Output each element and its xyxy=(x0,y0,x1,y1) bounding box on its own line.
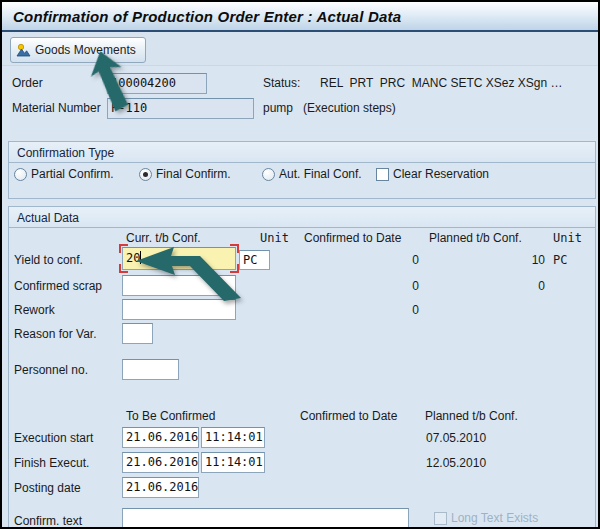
scrap-confirmed-value: 0 xyxy=(332,279,419,293)
actual-data-title: Actual Data xyxy=(9,207,595,228)
long-text-exists-label: Long Text Exists xyxy=(451,511,538,525)
material-label: Material Number xyxy=(12,101,101,115)
yield-planned-value: 10 xyxy=(458,253,545,267)
long-text-exists-checkbox: Long Text Exists xyxy=(434,511,538,525)
col-planned-tb-conf-2: Planned t/b Conf. xyxy=(425,409,518,423)
confirm-text-input[interactable] xyxy=(122,508,409,529)
reason-input[interactable] xyxy=(122,323,153,344)
col-to-be-confirmed: To Be Confirmed xyxy=(126,409,215,423)
clear-reservation-checkbox[interactable]: Clear Reservation xyxy=(376,167,489,181)
col-unit-1: Unit xyxy=(260,231,289,245)
radio-icon xyxy=(262,168,275,181)
radio-partial-confirm-label: Partial Confirm. xyxy=(31,167,114,181)
rework-label: Rework xyxy=(14,303,55,317)
yield-label: Yield to conf. xyxy=(14,253,83,267)
finish-execution-planned: 12.05.2010 xyxy=(426,456,486,470)
radio-final-confirm-label: Final Confirm. xyxy=(156,167,231,181)
checkbox-icon xyxy=(376,168,389,181)
finish-execution-label: Finish Execut. xyxy=(14,456,89,470)
radio-aut-final-conf[interactable]: Aut. Final Conf. xyxy=(262,167,362,181)
yield-planned-unit: PC xyxy=(553,253,567,267)
confirm-text-label: Confirm. text xyxy=(14,514,82,528)
status-label: Status: xyxy=(263,76,300,90)
scrap-label: Confirmed scrap xyxy=(14,279,102,293)
radio-partial-confirm[interactable]: Partial Confirm. xyxy=(14,167,114,181)
checkbox-icon xyxy=(434,512,447,525)
clear-reservation-label: Clear Reservation xyxy=(393,167,489,181)
sap-window: Confirmation of Production Order Enter :… xyxy=(0,0,600,529)
radio-final-confirm[interactable]: Final Confirm. xyxy=(139,167,231,181)
status-value: REL PRT PRC MANC SETC XSez XSgn … xyxy=(320,76,563,90)
execution-start-time-input[interactable]: 11:14:01 xyxy=(201,427,265,448)
confirmation-type-title: Confirmation Type xyxy=(9,142,595,163)
col-planned-tb-conf: Planned t/b Conf. xyxy=(429,231,522,245)
finish-execution-date-input[interactable]: 21.06.2016 xyxy=(122,452,199,473)
page-title: Confirmation of Production Order Enter :… xyxy=(13,8,401,25)
title-bar: Confirmation of Production Order Enter :… xyxy=(2,2,598,32)
col-confirmed-to-date: Confirmed to Date xyxy=(304,231,401,245)
finish-execution-time-input[interactable]: 11:14:01 xyxy=(201,452,265,473)
yield-confirmed-value: 0 xyxy=(332,253,419,267)
scrap-planned-value: 0 xyxy=(458,279,545,293)
material-description: pump (Execution steps) xyxy=(263,101,396,115)
radio-selected-icon xyxy=(139,168,152,181)
order-label: Order xyxy=(12,76,43,90)
col-curr-tb-conf: Curr. t/b Conf. xyxy=(126,231,201,245)
execution-start-date-input[interactable]: 21.06.2016 xyxy=(122,427,199,448)
personnel-label: Personnel no. xyxy=(14,363,88,377)
reason-label: Reason for Var. xyxy=(14,327,97,341)
execution-start-planned: 07.05.2010 xyxy=(426,431,486,445)
posting-date-label: Posting date xyxy=(14,481,81,495)
annotation-arrow-yield-field xyxy=(136,246,266,304)
col-confirmed-to-date-2: Confirmed to Date xyxy=(300,409,397,423)
execution-start-label: Execution start xyxy=(14,431,93,445)
radio-icon xyxy=(14,168,27,181)
rework-confirmed-value: 0 xyxy=(332,303,419,317)
personnel-input[interactable] xyxy=(122,359,179,380)
goods-movements-icon xyxy=(16,43,31,58)
goods-movements-button[interactable]: Goods Movements xyxy=(10,37,146,63)
posting-date-input[interactable]: 21.06.2016 xyxy=(122,477,199,498)
col-unit-2: Unit xyxy=(553,231,582,245)
radio-aut-final-conf-label: Aut. Final Conf. xyxy=(279,167,362,181)
